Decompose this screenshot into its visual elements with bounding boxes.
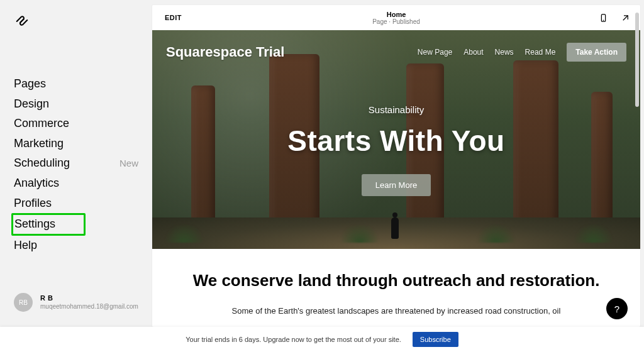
- sidebar: Pages Design Commerce Marketing Scheduli…: [0, 0, 152, 352]
- svg-line-2: [623, 15, 628, 20]
- page-meta: Home Page · Published: [372, 11, 420, 25]
- main-nav: Pages Design Commerce Marketing Scheduli…: [0, 13, 152, 255]
- body-section: We conserve land through outreach and re…: [152, 249, 640, 327]
- body-paragraph: Some of the Earth's greatest landscapes …: [187, 306, 605, 316]
- site-brand[interactable]: Squarespace Trial: [166, 44, 284, 60]
- site-hero: Squarespace Trial New Page About News Re…: [152, 30, 640, 249]
- nav-label: Help: [14, 239, 37, 253]
- nav-help[interactable]: Help: [14, 236, 138, 256]
- hero-copy: Sustainability Starts With You Learn Mor…: [152, 104, 640, 196]
- nav-label: Pages: [14, 77, 46, 91]
- nav-profiles[interactable]: Profiles: [14, 194, 138, 214]
- subscribe-button[interactable]: Subscribe: [413, 332, 458, 347]
- nav-marketing[interactable]: Marketing: [14, 134, 138, 154]
- user-name: R B: [40, 294, 138, 303]
- hero-headline: Starts With You: [152, 124, 640, 158]
- nav-label: Marketing: [14, 137, 64, 151]
- body-headline: We conserve land through outreach and re…: [187, 270, 605, 291]
- mobile-preview-icon[interactable]: [599, 13, 608, 23]
- scrollbar[interactable]: [635, 13, 639, 107]
- nav-pages[interactable]: Pages: [14, 74, 138, 94]
- site-nav-newpage[interactable]: New Page: [418, 48, 452, 57]
- trial-text: Your trial ends in 6 days. Upgrade now t…: [186, 336, 401, 343]
- page-title: Home: [372, 11, 420, 18]
- hero-eyebrow: Sustainability: [152, 104, 640, 115]
- learn-more-button[interactable]: Learn More: [362, 174, 431, 196]
- preview-topbar: EDIT Home Page · Published: [152, 5, 640, 30]
- edit-button[interactable]: EDIT: [165, 14, 182, 21]
- page-status: Page · Published: [372, 18, 420, 25]
- user-meta: R B muqeetmohammed.18@gmail.com: [40, 294, 138, 311]
- help-fab[interactable]: ?: [606, 298, 628, 319]
- nav-commerce[interactable]: Commerce: [14, 114, 138, 134]
- nav-label: Design: [14, 97, 49, 111]
- take-action-button[interactable]: Take Action: [567, 43, 626, 62]
- site-nav-news[interactable]: News: [495, 48, 514, 57]
- canvas-wrap: EDIT Home Page · Published: [152, 0, 644, 352]
- nav-label: Analytics: [14, 177, 59, 190]
- nav-label: Profiles: [14, 197, 52, 211]
- avatar: RB: [14, 293, 33, 312]
- user-card[interactable]: RB R B muqeetmohammed.18@gmail.com: [14, 290, 138, 314]
- nav-scheduling[interactable]: Scheduling New: [14, 153, 138, 173]
- squarespace-logo-icon[interactable]: [15, 14, 29, 28]
- nav-label: Settings: [14, 217, 55, 231]
- nav-design[interactable]: Design: [14, 94, 138, 114]
- nav-badge-new: New: [119, 158, 138, 169]
- user-email: muqeetmohammed.18@gmail.com: [40, 303, 138, 311]
- site-header: Squarespace Trial New Page About News Re…: [152, 43, 640, 62]
- nav-analytics[interactable]: Analytics: [14, 173, 138, 194]
- preview-canvas: EDIT Home Page · Published: [152, 5, 640, 327]
- nav-settings[interactable]: Settings: [11, 213, 86, 236]
- site-nav: New Page About News Read Me Take Action: [418, 43, 626, 62]
- nav-label: Scheduling: [14, 157, 70, 170]
- nav-label: Commerce: [14, 117, 69, 131]
- site-nav-readme[interactable]: Read Me: [525, 48, 556, 57]
- trial-bar: Your trial ends in 6 days. Upgrade now t…: [0, 327, 644, 352]
- site-nav-about[interactable]: About: [464, 48, 483, 57]
- open-external-icon[interactable]: [621, 13, 630, 23]
